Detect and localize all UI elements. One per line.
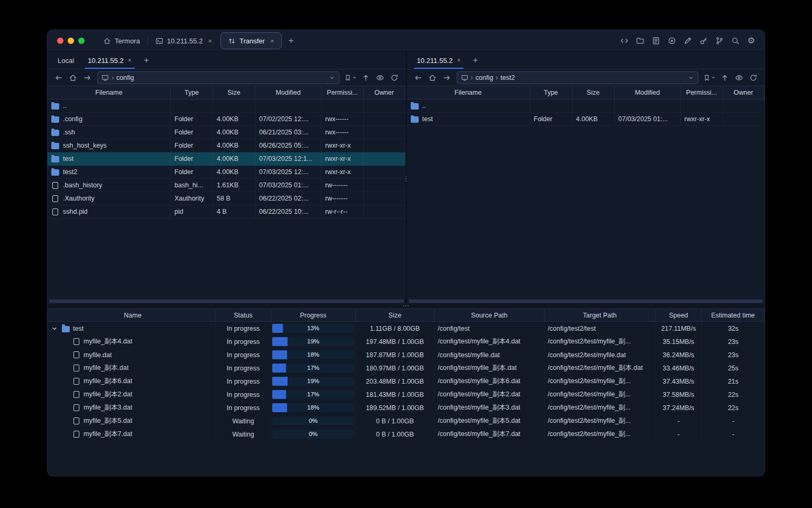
add-panel-tab-button[interactable]: + xyxy=(139,52,154,69)
column-header-filename[interactable]: Filename xyxy=(48,86,171,99)
tab-host-session[interactable]: 10.211.55.2 × xyxy=(149,32,219,49)
back-button[interactable] xyxy=(52,71,65,84)
column-header-size[interactable]: Size xyxy=(213,86,255,99)
show-hidden-files-button[interactable] xyxy=(733,71,745,84)
column-header-name[interactable]: Name xyxy=(48,309,216,321)
column-header-permissions[interactable]: Permissi... xyxy=(681,86,723,99)
transfer-row[interactable]: myfile_副本7.dat Waiting 0% 0 B / 1.00GB /… xyxy=(48,428,764,441)
tab-remote-host[interactable]: 10.211.55.2 × xyxy=(410,52,468,69)
settings-button[interactable]: ⚙ xyxy=(746,36,756,46)
chevron-down-icon[interactable] xyxy=(329,75,335,81)
file-row[interactable]: test Folder 4.00KB 07/03/2025 12:1... rw… xyxy=(48,152,405,166)
file-row[interactable]: .. xyxy=(407,99,765,113)
column-header-size[interactable]: Size xyxy=(356,309,435,321)
horizontal-scrollbar[interactable] xyxy=(408,299,764,303)
column-header-filename[interactable]: Filename xyxy=(407,86,530,99)
terminal-icon xyxy=(155,37,163,45)
column-header-source-path[interactable]: Source Path xyxy=(435,309,545,321)
parent-directory-button[interactable] xyxy=(718,71,731,84)
column-header-type[interactable]: Type xyxy=(171,86,213,99)
column-header-status[interactable]: Status xyxy=(216,309,271,321)
scrollbar-thumb[interactable] xyxy=(409,300,763,303)
size-cell: 4 B xyxy=(213,205,255,218)
transfer-row[interactable]: myfile_副本4.dat In progress 19% 197.48MB … xyxy=(48,335,764,348)
column-header-progress[interactable]: Progress xyxy=(271,309,356,321)
transfer-panel-splitter[interactable]: ⋯ xyxy=(48,304,764,309)
transfer-row[interactable]: myfile.dat In progress 18% 187.87MB / 1.… xyxy=(48,348,764,361)
collapse-chevron-icon[interactable] xyxy=(50,325,59,332)
tab-transfer[interactable]: Transfer × xyxy=(220,32,282,49)
path-breadcrumb[interactable]: ›config ›test2 xyxy=(457,71,699,84)
close-tab-icon[interactable]: × xyxy=(128,57,132,64)
breadcrumb-segment[interactable]: ›config xyxy=(471,74,493,81)
bookmark-button[interactable] xyxy=(343,71,358,84)
edit-button[interactable] xyxy=(683,36,693,46)
tab-termora[interactable]: Termora xyxy=(96,32,147,49)
file-row[interactable]: test2 Folder 4.00KB 07/03/2025 12:... rw… xyxy=(48,166,405,179)
file-row[interactable]: sshd.pid pid 4 B 06/22/2025 10:... rw-r-… xyxy=(48,205,405,219)
file-row[interactable]: .ssh Folder 4.00KB 06/21/2025 03:... rwx… xyxy=(48,126,405,139)
column-header-estimated-time[interactable]: Estimated time xyxy=(702,309,764,321)
transfer-row[interactable]: myfile_副本3.dat In progress 18% 189.52MB … xyxy=(48,401,764,414)
folder-button[interactable] xyxy=(635,36,645,46)
forward-button[interactable] xyxy=(440,71,453,84)
file-row[interactable]: ssh_host_keys Folder 4.00KB 06/26/2025 0… xyxy=(48,139,405,152)
column-header-target-path[interactable]: Target Path xyxy=(545,309,656,321)
add-panel-tab-button[interactable]: + xyxy=(467,52,483,69)
type-cell xyxy=(530,99,573,112)
home-button[interactable] xyxy=(67,71,79,84)
close-window-button[interactable] xyxy=(57,38,63,44)
column-header-modified[interactable]: Modified xyxy=(255,86,321,99)
file-row[interactable]: .config Folder 4.00KB 07/02/2025 12:... … xyxy=(48,113,405,126)
horizontal-scrollbar[interactable] xyxy=(49,299,404,303)
parent-directory-button[interactable] xyxy=(359,71,372,84)
column-header-modified[interactable]: Modified xyxy=(615,86,681,99)
forward-button[interactable] xyxy=(81,71,94,84)
transfer-row[interactable]: myfile_副本6.dat In progress 19% 203.48MB … xyxy=(48,375,764,388)
column-header-size[interactable]: Size xyxy=(573,86,615,99)
filename-cell: .. xyxy=(48,99,171,112)
file-row[interactable]: .bash_history bash_hi... 1.61KB 07/03/20… xyxy=(48,179,405,192)
close-tab-icon[interactable]: × xyxy=(270,38,274,44)
column-header-owner[interactable]: Owner xyxy=(723,86,765,99)
branch-button[interactable] xyxy=(715,36,724,46)
breadcrumb-segment[interactable]: ›test2 xyxy=(496,74,515,81)
minimize-window-button[interactable] xyxy=(68,38,74,44)
code-button[interactable] xyxy=(620,36,629,46)
scrollbar-thumb[interactable] xyxy=(49,300,404,303)
maximize-window-button[interactable] xyxy=(78,38,85,44)
refresh-button[interactable] xyxy=(747,71,760,84)
transfer-row[interactable]: myfile_副本2.dat In progress 17% 181.43MB … xyxy=(48,388,764,401)
show-hidden-files-button[interactable] xyxy=(374,71,386,84)
column-header-type[interactable]: Type xyxy=(530,86,573,99)
key-button[interactable] xyxy=(699,36,708,46)
transfer-row[interactable]: myfile_副本5.dat Waiting 0% 0 B / 1.00GB /… xyxy=(48,414,764,428)
transfer-row[interactable]: myfile_副本.dat In progress 17% 180.97MB /… xyxy=(48,361,764,375)
status-cell: In progress xyxy=(216,388,271,401)
file-row[interactable]: .. xyxy=(48,99,405,113)
log-button[interactable] xyxy=(651,36,661,46)
size-cell: 58 B xyxy=(213,192,255,205)
close-tab-icon[interactable]: × xyxy=(457,57,460,64)
file-row[interactable]: .Xauthority Xauthority 58 B 06/22/2025 0… xyxy=(48,192,405,205)
column-header-speed[interactable]: Speed xyxy=(656,309,702,321)
search-button[interactable] xyxy=(731,36,740,46)
record-button[interactable] xyxy=(667,36,677,46)
path-breadcrumb[interactable]: ›config xyxy=(97,71,339,84)
tab-remote-host[interactable]: 10.211.55.2 × xyxy=(81,52,139,69)
column-header-permissions[interactable]: Permissi... xyxy=(321,86,364,99)
close-tab-icon[interactable]: × xyxy=(208,38,212,44)
file-row[interactable]: test Folder 4.00KB 07/03/2025 01:... rwx… xyxy=(407,113,765,126)
file-type-icon xyxy=(73,351,79,358)
tab-local[interactable]: Local xyxy=(51,52,81,69)
back-button[interactable] xyxy=(412,71,425,84)
refresh-button[interactable] xyxy=(388,71,401,84)
new-tab-button[interactable]: + xyxy=(283,30,299,51)
chevron-down-icon[interactable] xyxy=(688,75,694,81)
breadcrumb-segment[interactable]: ›config xyxy=(112,74,134,81)
filename-cell: test2 xyxy=(48,166,171,178)
bookmark-button[interactable] xyxy=(702,71,717,84)
column-header-owner[interactable]: Owner xyxy=(364,86,405,99)
home-button[interactable] xyxy=(426,71,439,84)
transfer-row[interactable]: test In progress 13% 1.11GB / 8.00GB /co… xyxy=(48,322,764,335)
